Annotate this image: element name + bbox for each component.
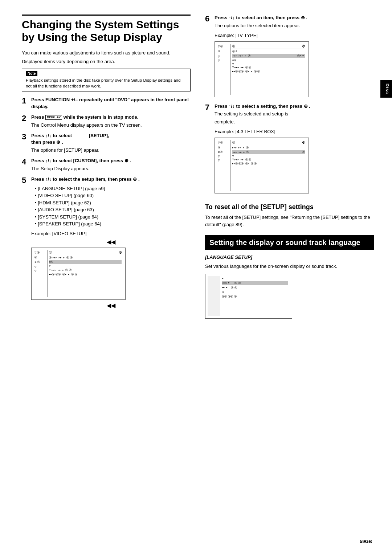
step-5-content: Press ↑/↓ to select the setup item, then… xyxy=(31,176,191,309)
step-3-content: Press ↑/↓ to select [SETUP], then press … xyxy=(31,132,191,154)
step-5-title: Press ↑/↓ to select the setup item, then… xyxy=(31,176,191,183)
setting-section-desc: Set various languages for the on-screen … xyxy=(205,263,374,270)
step-3-part2: then press ⊕ . xyxy=(31,139,63,145)
bullet-4: [AUDIO SETUP] (page 63) xyxy=(35,206,191,213)
step-1: 1 Press FUNCTION +/– repeatedly until "D… xyxy=(22,97,191,110)
to-reset-section: To reset all of the [SETUP] settings To … xyxy=(205,203,374,228)
step-1-number: 1 xyxy=(22,97,30,105)
bullet-2: [VIDEO SETUP] (page 60) xyxy=(35,192,191,199)
step-2-title: Press DISPLAY while the system is in sto… xyxy=(31,114,191,121)
screen-mockup-step5: ▽ ⓐ ⓐ ⊕ ⓐ ▽ ▽ ⓐ ⏻ ⓐ►►► ►► xyxy=(31,248,126,300)
step-4-desc: The Setup Display appears. xyxy=(31,166,191,172)
step-5-example: Example: [VIDEO SETUP] xyxy=(31,230,191,237)
step-5: 5 Press ↑/↓ to select the setup item, th… xyxy=(22,176,191,309)
step-7-number: 7 xyxy=(205,103,213,112)
note-label: Note xyxy=(26,71,37,76)
screen-mockup-language: ► ⓐⓐ►ⓐⓐ ►►►ⓐⓐ ⓐ ⓐⓐⓐⓐⓐ xyxy=(205,274,292,319)
step-7-content: Press ↑/↓ to select a setting, then pres… xyxy=(215,103,374,196)
step-7-desc-1: The setting is selected and setup is xyxy=(215,111,374,118)
step-5-number: 5 xyxy=(22,176,30,185)
step-6-content: Press ↑/↓ to select an item, then press … xyxy=(215,15,374,99)
step-7-example: Example: [4:3 LETTER BOX] xyxy=(215,128,374,135)
step-7-desc-2: complete. xyxy=(215,119,374,126)
bullet-5: [SYSTEM SETUP] (page 64) xyxy=(35,213,191,221)
step-2-press: Press xyxy=(31,114,44,120)
step-6: 6 Press ↑/↓ to select an item, then pres… xyxy=(205,15,374,99)
setting-section-heading: Setting the display or sound track langu… xyxy=(205,235,374,250)
bullet-6: [SPEAKER SETUP] (page 64) xyxy=(35,220,191,228)
step-2-content: Press DISPLAY while the system is in sto… xyxy=(31,114,191,129)
step-6-number: 6 xyxy=(205,15,213,23)
step-7: 7 Press ↑/↓ to select a setting, then pr… xyxy=(205,103,374,196)
step-2-title2: while the system is in stop mode. xyxy=(64,114,139,120)
intro-text-2: Displayed items vary depending on the ar… xyxy=(22,58,191,65)
intro-text-1: You can make various adjustments to item… xyxy=(22,49,191,57)
screen-mockup-step7: ▽ ⓐ ⓐ ⊕ⓐ ▽ ▽ ⓐ ⏻ ►►► ►► ► xyxy=(215,138,309,193)
page-layout: Changing the System Settings by Using th… xyxy=(22,15,374,321)
step-2: 2 Press DISPLAY while the system is in s… xyxy=(22,114,191,129)
step-4-content: Press ↑/↓ to select [CUSTOM], then press… xyxy=(31,158,191,172)
disc-tab: Disc xyxy=(380,80,392,98)
step-6-example: Example: [TV TYPE] xyxy=(215,32,374,39)
page-number: 59GB xyxy=(360,539,372,544)
step-6-title: Press ↑/↓ to select an item, then press … xyxy=(215,15,374,21)
bullet-1: [LANGUAGE SETUP] (page 59) xyxy=(35,185,191,192)
bullet-3: [HDMI SETUP] (page 62) xyxy=(35,199,191,207)
step-3-desc: The options for [SETUP] appear. xyxy=(31,147,191,154)
language-setup-label: [LANGUAGE SETUP] xyxy=(205,254,374,260)
step-4-title: Press ↑/↓ to select [CUSTOM], then press… xyxy=(31,158,191,164)
step-4-number: 4 xyxy=(22,158,30,166)
step-3-part1: Press ↑/↓ to select xyxy=(31,133,72,138)
to-reset-heading: To reset all of the [SETUP] settings xyxy=(205,203,374,211)
step-3-number: 3 xyxy=(22,132,30,141)
right-column: 6 Press ↑/↓ to select an item, then pres… xyxy=(205,15,374,321)
main-title: Changing the System Settings by Using th… xyxy=(22,15,191,44)
left-column: Changing the System Settings by Using th… xyxy=(22,15,191,321)
step-3: 3 Press ↑/↓ to select [SETUP], then pres… xyxy=(22,132,191,154)
step-1-title: Press FUNCTION +/– repeatedly until "DVD… xyxy=(31,97,191,110)
step-1-content: Press FUNCTION +/– repeatedly until "DVD… xyxy=(31,97,191,110)
note-text: Playback settings stored in the disc tak… xyxy=(26,77,187,89)
step-2-number: 2 xyxy=(22,114,30,123)
display-icon: DISPLAY xyxy=(45,115,62,120)
step-2-desc: The Control Menu display appears on the … xyxy=(31,122,191,129)
note-box: Note Playback settings stored in the dis… xyxy=(22,69,191,91)
step-3-bracket: [SETUP], xyxy=(89,133,109,138)
to-reset-desc: To reset all of the [SETUP] settings, se… xyxy=(205,214,374,228)
step-6-desc: The options for the selected item appear… xyxy=(215,23,374,29)
step-7-title: Press ↑/↓ to select a setting, then pres… xyxy=(215,103,374,110)
step-4: 4 Press ↑/↓ to select [CUSTOM], then pre… xyxy=(22,158,191,172)
step-5-bullets: [LANGUAGE SETUP] (page 59) [VIDEO SETUP]… xyxy=(35,185,191,228)
screen-mockup-step6: ▽ ⓐ ⓐ ▽ ▽ ⓐ ⏻ ⓐ⊕ xyxy=(215,41,309,97)
step-3-title: Press ↑/↓ to select [SETUP], then press … xyxy=(31,132,191,146)
